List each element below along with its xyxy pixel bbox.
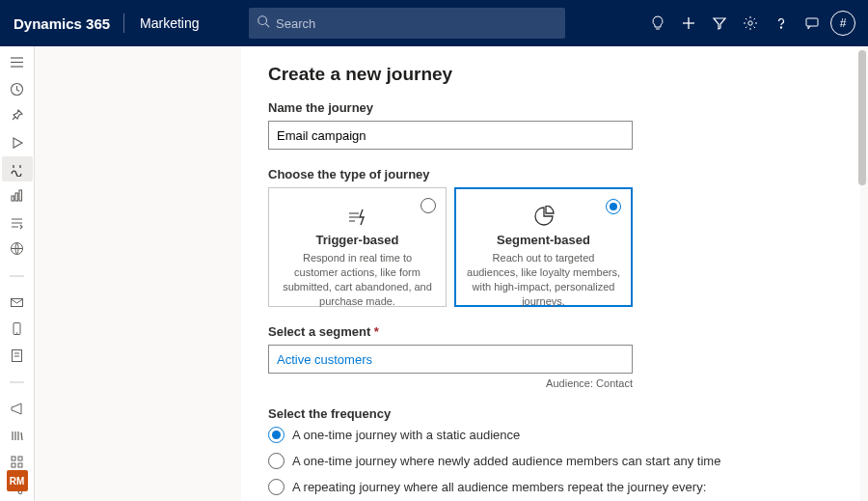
radio-selected-icon — [606, 199, 621, 214]
lightbulb-icon[interactable] — [642, 0, 673, 46]
frequency-option-label: A one-time journey where newly added aud… — [292, 454, 720, 468]
rail-library-icon[interactable] — [2, 423, 33, 448]
journey-name-label: Name the journey — [268, 100, 833, 115]
card-title: Trigger-based — [281, 233, 434, 247]
create-journey-panel: Create a new journey Name the journey Ch… — [241, 46, 860, 501]
svg-rect-29 — [18, 457, 22, 460]
global-search[interactable] — [249, 8, 565, 39]
module-label[interactable]: Marketing — [124, 15, 214, 31]
rail-journeys-icon[interactable] — [2, 156, 33, 181]
top-actions: # — [642, 0, 858, 46]
svg-rect-13 — [15, 193, 18, 201]
rail-form-icon[interactable] — [2, 344, 33, 369]
filter-icon[interactable] — [704, 0, 735, 46]
card-title: Segment-based — [467, 233, 620, 247]
rail-flow-icon[interactable] — [2, 210, 33, 236]
rail-divider-2 — [2, 370, 33, 395]
radio-icon — [268, 479, 285, 495]
rail-menu-icon[interactable] — [2, 50, 33, 75]
radio-icon — [268, 453, 285, 469]
card-desc: Respond in real time to customer actions… — [281, 251, 434, 308]
rail-divider — [2, 264, 33, 289]
top-nav-bar: Dynamics 365 Marketing # — [0, 0, 868, 46]
svg-rect-30 — [12, 463, 15, 467]
radio-icon — [268, 427, 285, 443]
svg-point-0 — [258, 16, 267, 25]
svg-line-1 — [266, 24, 270, 28]
frequency-label: Select the frequency — [268, 406, 833, 421]
svg-rect-28 — [12, 457, 15, 460]
svg-point-5 — [748, 21, 752, 25]
pie-chart-icon — [467, 206, 620, 227]
user-avatar[interactable]: # — [827, 0, 858, 46]
main-area: Create a new journey Name the journey Ch… — [35, 46, 868, 501]
avatar-initial: # — [830, 11, 855, 36]
rail-pin-icon[interactable] — [2, 103, 33, 128]
rail-mail-icon[interactable] — [2, 290, 33, 315]
journey-type-label: Choose the type of journey — [268, 167, 833, 181]
search-input[interactable] — [276, 16, 557, 31]
rail-user-badge[interactable]: RM — [7, 470, 28, 491]
rail-play-icon[interactable] — [2, 130, 33, 155]
brand-label: Dynamics 365 — [0, 15, 123, 32]
add-icon[interactable] — [673, 0, 704, 46]
gear-icon[interactable] — [735, 0, 766, 46]
card-trigger-based[interactable]: Trigger-based Respond in real time to cu… — [268, 187, 447, 307]
segment-label: Select a segment * — [268, 324, 833, 339]
rail-megaphone-icon[interactable] — [2, 397, 33, 422]
svg-point-6 — [780, 27, 781, 28]
page-title: Create a new journey — [268, 64, 833, 85]
svg-line-27 — [21, 432, 22, 440]
card-segment-based[interactable]: Segment-based Reach out to targeted audi… — [454, 187, 633, 307]
help-icon[interactable] — [766, 0, 797, 46]
frequency-option-label: A one-time journey with a static audienc… — [292, 428, 520, 442]
radio-unselected-icon — [420, 198, 436, 213]
chat-icon[interactable] — [797, 0, 827, 46]
svg-rect-7 — [806, 18, 818, 26]
lightning-icon — [281, 206, 434, 227]
search-icon — [257, 14, 270, 32]
scrollbar-thumb[interactable] — [858, 50, 866, 185]
frequency-option-ongoing[interactable]: A one-time journey where newly added aud… — [268, 453, 833, 469]
svg-rect-12 — [12, 196, 14, 201]
card-desc: Reach out to targeted audiences, like lo… — [467, 251, 620, 308]
frequency-option-repeating[interactable]: A repeating journey where all audience m… — [268, 479, 833, 495]
rail-phone-icon[interactable] — [2, 317, 33, 342]
rail-recent-icon[interactable] — [2, 77, 33, 102]
svg-rect-14 — [19, 190, 22, 201]
segment-hint: Audience: Contact — [268, 377, 633, 389]
left-side-rail: RM — [0, 46, 35, 501]
frequency-option-static[interactable]: A one-time journey with a static audienc… — [268, 427, 833, 443]
segment-input[interactable] — [268, 345, 633, 374]
svg-rect-31 — [18, 463, 22, 467]
rail-analytics-icon[interactable] — [2, 183, 33, 209]
rail-globe-icon[interactable] — [2, 237, 33, 262]
journey-name-input[interactable] — [268, 121, 633, 150]
frequency-option-label: A repeating journey where all audience m… — [292, 480, 706, 494]
